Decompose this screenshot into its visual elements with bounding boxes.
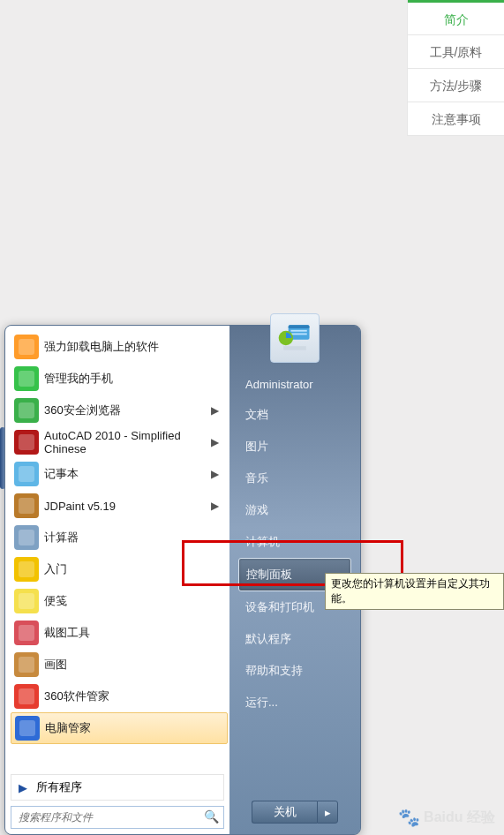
svg-rect-11 <box>19 688 34 704</box>
right-item-3[interactable]: 音乐 <box>238 463 351 494</box>
right-item-0[interactable]: Administrator <box>238 370 351 399</box>
program-item-5[interactable]: JDPaint v5.19▶ <box>11 490 228 522</box>
svg-rect-10 <box>19 657 34 673</box>
all-programs-arrow-icon: ▶ <box>19 781 27 794</box>
program-item-8[interactable]: 便笺 <box>11 585 228 617</box>
all-programs-label: 所有程序 <box>36 779 82 795</box>
browser-360-icon <box>14 398 39 423</box>
chevron-right-icon: ▶ <box>211 436 224 448</box>
right-item-4[interactable]: 游戏 <box>238 494 351 526</box>
snipping-tool-icon <box>14 621 39 645</box>
notepad-icon <box>14 462 39 486</box>
shutdown-row: 关机 ▸ <box>229 792 360 834</box>
program-item-3[interactable]: AutoCAD 2010 - Simplified Chinese▶ <box>11 426 228 458</box>
svg-rect-8 <box>19 593 34 609</box>
svg-rect-16 <box>290 334 306 335</box>
search-icon: 🔍 <box>204 809 219 824</box>
program-label: 画图 <box>44 657 224 673</box>
program-item-11[interactable]: 360软件管家 <box>11 681 228 712</box>
nav-tools[interactable]: 工具/原料 <box>408 35 504 69</box>
svg-rect-12 <box>19 720 35 736</box>
monitor-icon <box>275 319 314 357</box>
program-item-10[interactable]: 画图 <box>11 649 228 681</box>
program-item-6[interactable]: 计算器 <box>11 522 228 553</box>
svg-rect-15 <box>290 330 306 332</box>
svg-rect-2 <box>19 402 34 418</box>
program-item-7[interactable]: 入门 <box>11 553 228 585</box>
chevron-right-icon: ▶ <box>211 468 224 480</box>
program-item-0[interactable]: 强力卸载电脑上的软件 <box>11 331 228 363</box>
svg-rect-4 <box>19 466 34 482</box>
shutdown-options-button[interactable]: ▸ <box>317 801 338 824</box>
program-label: 记事本 <box>44 466 211 482</box>
svg-rect-14 <box>289 325 310 328</box>
program-label: 计算器 <box>44 530 224 545</box>
chevron-right-icon: ▶ <box>211 404 224 417</box>
autocad-icon <box>14 430 39 455</box>
all-programs[interactable]: ▶ 所有程序 <box>11 774 224 801</box>
page-side-nav: 简介 工具/原料 方法/步骤 注意事项 <box>407 0 504 136</box>
uninstaller-icon <box>14 335 39 359</box>
program-item-9[interactable]: 截图工具 <box>11 617 228 649</box>
getting-started-icon <box>14 557 39 582</box>
jdpaint-icon <box>14 493 39 518</box>
phone-manager-icon <box>14 366 39 391</box>
nav-steps[interactable]: 方法/步骤 <box>408 69 504 102</box>
paw-icon: 🐾 <box>398 807 420 828</box>
right-item-1[interactable]: 文档 <box>238 399 351 431</box>
right-item-2[interactable]: 图片 <box>238 431 351 463</box>
start-left-pane: 强力卸载电脑上的软件管理我的手机360安全浏览器▶AutoCAD 2010 - … <box>5 326 229 834</box>
chevron-right-icon: ▶ <box>211 500 224 512</box>
search-wrap: 🔍 <box>11 806 224 829</box>
pc-manager-icon <box>15 716 40 741</box>
program-item-12[interactable]: 电脑管家 <box>11 712 228 744</box>
svg-rect-5 <box>19 498 34 514</box>
right-item-5[interactable]: 计算机 <box>238 526 351 558</box>
nav-notice[interactable]: 注意事项 <box>408 102 504 136</box>
svg-rect-0 <box>19 339 34 355</box>
program-label: AutoCAD 2010 - Simplified Chinese <box>44 429 211 455</box>
program-label: 管理我的手机 <box>44 371 224 387</box>
watermark: 🐾 Baidu 经验 <box>398 807 495 828</box>
svg-rect-9 <box>19 625 34 641</box>
nav-intro[interactable]: 简介 <box>408 0 504 35</box>
program-label: 360安全浏览器 <box>44 402 211 418</box>
right-item-9[interactable]: 帮助和支持 <box>238 655 351 687</box>
sticky-notes-icon <box>14 589 39 613</box>
svg-rect-1 <box>19 371 34 387</box>
calculator-icon <box>14 525 39 550</box>
shutdown-button[interactable]: 关机 <box>252 801 317 824</box>
program-item-1[interactable]: 管理我的手机 <box>11 363 228 395</box>
svg-rect-3 <box>19 434 34 450</box>
svg-rect-18 <box>283 346 306 350</box>
program-label: 电脑管家 <box>45 720 223 736</box>
program-list: 强力卸载电脑上的软件管理我的手机360安全浏览器▶AutoCAD 2010 - … <box>5 326 229 774</box>
paint-icon <box>14 652 39 677</box>
program-item-4[interactable]: 记事本▶ <box>11 458 228 490</box>
right-item-8[interactable]: 默认程序 <box>238 623 351 655</box>
program-label: 入门 <box>44 561 224 577</box>
start-menu: 强力卸载电脑上的软件管理我的手机360安全浏览器▶AutoCAD 2010 - … <box>4 325 361 835</box>
svg-rect-7 <box>19 561 34 577</box>
svg-rect-6 <box>19 530 34 545</box>
control-panel-tooltip: 更改您的计算机设置并自定义其功能。 <box>325 573 504 610</box>
software-manager-icon <box>14 684 39 709</box>
user-avatar[interactable] <box>270 313 320 363</box>
program-label: 强力卸载电脑上的软件 <box>44 339 224 355</box>
search-input[interactable] <box>11 806 224 829</box>
program-label: 截图工具 <box>44 625 224 641</box>
program-item-2[interactable]: 360安全浏览器▶ <box>11 395 228 426</box>
program-label: 360软件管家 <box>44 688 224 704</box>
program-label: JDPaint v5.19 <box>44 500 211 513</box>
program-label: 便笺 <box>44 593 224 609</box>
right-item-10[interactable]: 运行... <box>238 687 351 718</box>
